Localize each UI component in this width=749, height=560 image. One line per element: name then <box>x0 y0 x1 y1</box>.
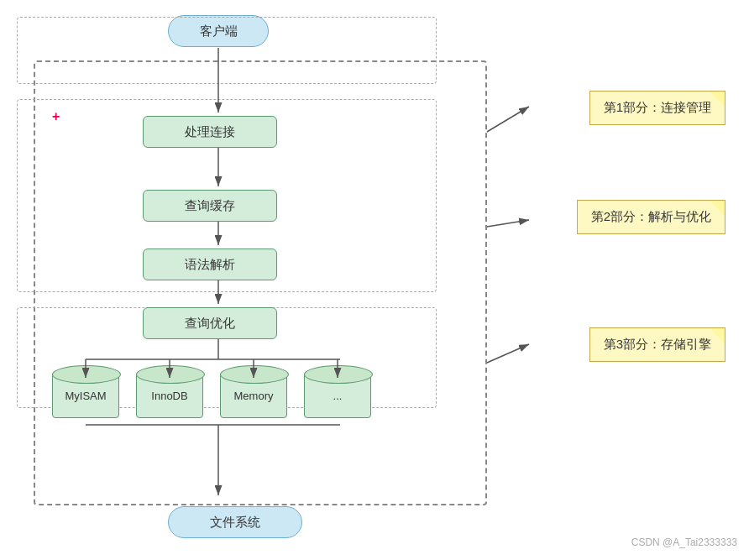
cylinder-dots: ... <box>304 373 371 418</box>
innodb-label: InnoDB <box>151 390 187 402</box>
watermark: CSDN @A_Tai2333333 <box>631 536 737 548</box>
diagram-container: 客户端 + 处理连接 查询缓存 语法解析 查询优化 MyISAM InnoDB <box>0 0 749 560</box>
query-optimize-node: 查询优化 <box>143 307 277 339</box>
plus-icon: + <box>52 109 60 124</box>
dots-body: ... <box>304 373 371 418</box>
innodb-body: InnoDB <box>136 373 203 418</box>
filesys-node: 文件系统 <box>168 506 302 538</box>
note-2: 第2部分：解析与优化 <box>577 200 725 234</box>
svg-line-17 <box>487 344 529 363</box>
note-1-label: 第1部分：连接管理 <box>604 100 711 114</box>
memory-body: Memory <box>220 373 287 418</box>
syntax-parse-label: 语法解析 <box>185 257 235 273</box>
inner-box-connection <box>17 17 437 84</box>
watermark-text: CSDN @A_Tai2333333 <box>631 536 737 548</box>
note-2-label: 第2部分：解析与优化 <box>591 209 711 223</box>
note-3: 第3部分：存储引擎 <box>589 327 725 362</box>
memory-label: Memory <box>234 390 274 402</box>
note-3-label: 第3部分：存储引擎 <box>604 337 711 351</box>
svg-line-16 <box>487 220 529 227</box>
query-cache-label: 查询缓存 <box>185 198 235 214</box>
myisam-body: MyISAM <box>52 373 119 418</box>
handle-conn-label: 处理连接 <box>185 124 235 140</box>
dots-label: ... <box>333 390 343 402</box>
filesys-label: 文件系统 <box>210 515 260 531</box>
query-optimize-label: 查询优化 <box>185 316 235 332</box>
note-1: 第1部分：连接管理 <box>589 91 725 125</box>
query-cache-node: 查询缓存 <box>143 190 277 222</box>
myisam-label: MyISAM <box>65 390 106 402</box>
svg-line-15 <box>487 107 529 132</box>
cylinder-myisam: MyISAM <box>52 373 119 418</box>
cylinder-memory: Memory <box>220 373 287 418</box>
syntax-parse-node: 语法解析 <box>143 249 277 280</box>
cylinder-innodb: InnoDB <box>136 373 203 418</box>
handle-conn-node: 处理连接 <box>143 116 277 148</box>
